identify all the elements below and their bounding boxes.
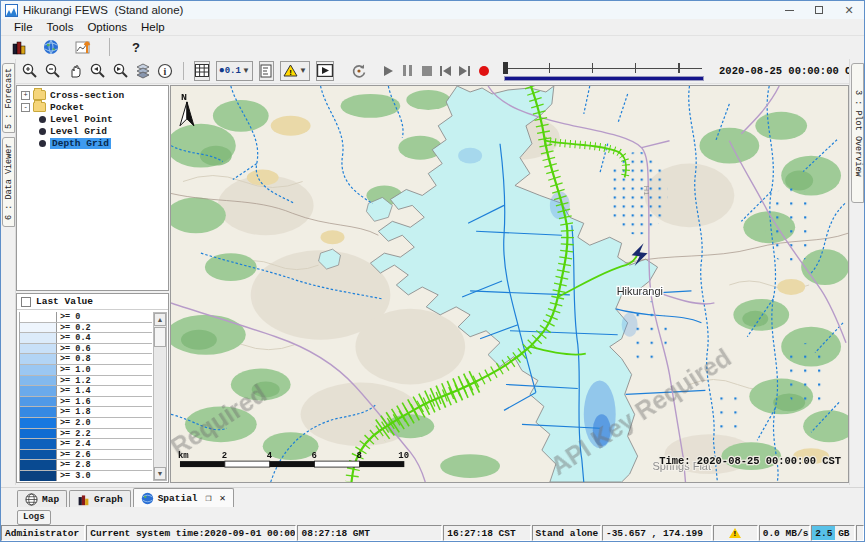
folder-icon: [33, 90, 46, 100]
current-datetime: 2020-08-25 00:00:00 CST: [719, 65, 864, 77]
svg-text:6: 6: [312, 451, 317, 461]
tree-node-pocket[interactable]: - Pocket: [19, 101, 166, 113]
class-interval-dropdown[interactable]: ●0.1 ▼: [216, 61, 253, 81]
skip-to-end-icon[interactable]: [458, 61, 471, 81]
menu-tools[interactable]: Tools: [40, 21, 81, 33]
legend-swatch: [20, 450, 57, 460]
bullet-icon: [39, 116, 46, 123]
tab-spatial[interactable]: Spatial ❐ ✕: [133, 488, 234, 507]
right-tab-strip: 3 : Plot Overview: [849, 59, 864, 485]
map-svg: API Key Required API Key Required N km 2…: [171, 86, 848, 482]
tab-map[interactable]: Map: [17, 490, 67, 507]
legend-row: >= 0.2: [20, 323, 152, 334]
status-memory: 2.5 GB: [811, 525, 855, 541]
globe-icon[interactable]: [41, 37, 61, 57]
legend-row: >= 1.2: [20, 376, 152, 387]
stop-icon[interactable]: [420, 61, 433, 81]
scroll-down-icon[interactable]: ▼: [154, 467, 166, 480]
time-slider-range-bar: [504, 76, 704, 81]
zoom-next-icon[interactable]: [112, 61, 129, 81]
pause-icon[interactable]: [401, 61, 414, 81]
menu-help[interactable]: Help: [134, 21, 172, 33]
time-slider-handle[interactable]: [503, 62, 508, 74]
map-canvas[interactable]: API Key Required API Key Required N km 2…: [170, 85, 849, 483]
title-bar[interactable]: Hikurangi FEWS (Stand alone) ✕: [1, 1, 864, 19]
tab-forecast[interactable]: 5 : Forecast: [2, 63, 15, 133]
play-icon[interactable]: [382, 61, 395, 81]
collapse-icon[interactable]: -: [21, 103, 30, 112]
maximize-button[interactable]: [804, 1, 834, 19]
status-resize-grip[interactable]: [856, 525, 864, 541]
legend-swatch: [20, 333, 57, 343]
menu-options[interactable]: Options: [80, 21, 134, 33]
time-slider-track: [506, 68, 702, 69]
warning-threshold-dropdown[interactable]: ! ▼: [280, 61, 310, 81]
legend-scrollbar[interactable]: ▲ ▼: [153, 312, 167, 481]
refresh-loop-icon[interactable]: [351, 61, 367, 81]
skip-to-start-icon[interactable]: [439, 61, 452, 81]
tab-plot-overview[interactable]: 3 : Plot Overview: [851, 63, 864, 203]
tab-close-icon[interactable]: ✕: [220, 492, 226, 504]
scale-legend-icon[interactable]: [259, 61, 274, 81]
tab-graph[interactable]: Graph: [69, 490, 131, 507]
chevron-down-icon: ▼: [299, 66, 307, 75]
layers-icon[interactable]: [135, 61, 151, 81]
scroll-up-icon[interactable]: ▲: [154, 313, 166, 326]
zoom-out-icon[interactable]: [44, 61, 61, 81]
app-logo-icon: [5, 4, 18, 17]
tab-data-viewer[interactable]: 6 : Data Viewer: [2, 137, 15, 227]
legend-swatch: [20, 418, 57, 428]
pan-hand-icon[interactable]: [67, 61, 83, 81]
toolbar-separator: [109, 38, 110, 56]
status-user: Administrator: [1, 525, 85, 541]
scrollbar-thumb[interactable]: [154, 327, 166, 347]
menu-bar: File Tools Options Help: [1, 19, 864, 36]
close-button[interactable]: ✕: [834, 1, 864, 19]
database-icon[interactable]: [9, 37, 29, 57]
tree-node-level-point[interactable]: Level Point: [19, 113, 166, 125]
minimize-button[interactable]: [774, 1, 804, 19]
legend-row: >= 2.0: [20, 418, 152, 429]
selected-tree-label: Depth Grid: [50, 138, 111, 149]
legend-swatch: [20, 407, 57, 417]
legend-row: >= 1.8: [20, 407, 152, 418]
legend-panel: Last Value >= 0 >= 0.2 >= 0.4 >= 0.6 >= …: [16, 293, 169, 483]
legend-swatch: [20, 460, 57, 470]
status-warning-cell[interactable]: [713, 525, 758, 541]
tree-node-level-grid[interactable]: Level Grid: [19, 125, 166, 137]
menu-file[interactable]: File: [7, 21, 40, 33]
last-value-label: Last Value: [36, 296, 93, 307]
legend-row: >= 2.2: [20, 429, 152, 440]
legend-row: >= 1.0: [20, 365, 152, 376]
time-slider[interactable]: [503, 60, 705, 82]
legend-swatch: [20, 386, 57, 396]
status-coordinates: -35.657 , 174.199: [602, 525, 712, 541]
spatial-display-icon[interactable]: [73, 37, 93, 57]
status-gmt-time: 08:27:18 GMT: [297, 525, 442, 541]
help-icon[interactable]: ?: [126, 37, 146, 57]
legend-swatch: [20, 365, 57, 375]
legend-swatch: [20, 344, 57, 354]
svg-text:i: i: [164, 66, 167, 77]
map-time-label: Time: 2020-08-25 00:00:00 CST: [659, 455, 841, 467]
tree-node-depth-grid[interactable]: Depth Grid: [19, 137, 166, 149]
expand-icon[interactable]: +: [21, 91, 30, 100]
svg-text:4: 4: [267, 451, 273, 461]
last-value-checkbox[interactable]: [21, 297, 31, 307]
map-toolbar: i ●0.1 ▼ ! ▼: [1, 58, 864, 84]
tab-maximize-icon[interactable]: ❐: [206, 492, 212, 504]
legend-row: >= 3.0: [20, 471, 152, 481]
app-window: Hikurangi FEWS (Stand alone) ✕ File Tool…: [0, 0, 865, 542]
zoom-previous-icon[interactable]: [89, 61, 106, 81]
logs-button[interactable]: Logs: [17, 510, 51, 525]
record-icon[interactable]: [477, 61, 490, 81]
legend-row: >= 0.8: [20, 354, 152, 365]
window-title: Hikurangi FEWS (Stand alone): [23, 4, 183, 16]
zoom-in-icon[interactable]: [21, 61, 38, 81]
info-icon[interactable]: i: [157, 61, 173, 81]
layer-tree-panel: + Cross-section - Pocket Level Point Lev…: [16, 85, 169, 291]
animation-window-icon[interactable]: [316, 61, 334, 81]
graph-icon: [77, 493, 90, 506]
status-local-time: 16:27:18 CST: [443, 525, 530, 541]
grid-display-icon[interactable]: [194, 61, 210, 81]
